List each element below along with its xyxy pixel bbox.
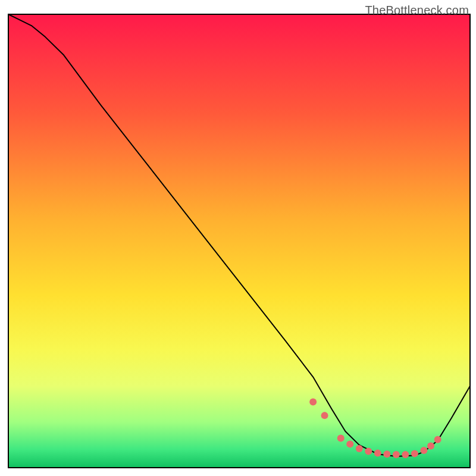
marker-point	[427, 442, 434, 449]
marker-point	[321, 412, 328, 419]
chart-container: TheBottleneck.com	[0, 0, 476, 476]
bottleneck-chart	[0, 0, 476, 476]
gradient-background	[8, 14, 470, 468]
watermark-text: TheBottleneck.com	[365, 4, 469, 17]
marker-point	[393, 451, 400, 458]
marker-point	[365, 448, 372, 455]
marker-point	[434, 436, 441, 443]
marker-point	[337, 434, 345, 441]
plot-area	[0, 0, 476, 476]
marker-point	[420, 447, 427, 454]
marker-point	[309, 399, 317, 406]
marker-point	[346, 440, 353, 447]
marker-point	[383, 450, 390, 458]
marker-point	[356, 445, 363, 452]
marker-point	[374, 450, 381, 457]
marker-point	[402, 451, 409, 458]
marker-point	[411, 450, 418, 457]
